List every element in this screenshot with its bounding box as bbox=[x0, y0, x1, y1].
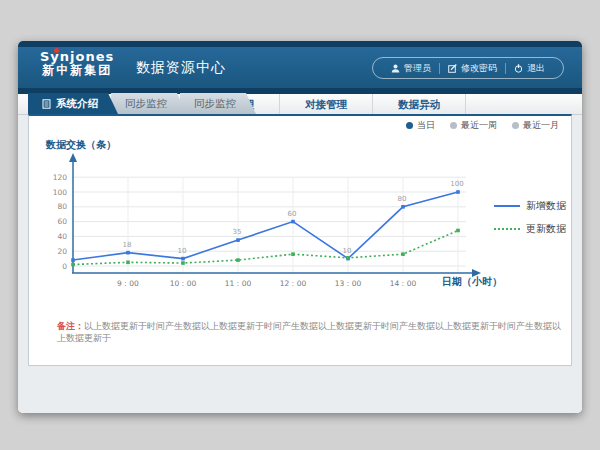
logo: Synjones 新中新集团 bbox=[40, 50, 114, 77]
user-menu-admin[interactable]: 管理员 bbox=[383, 62, 439, 75]
page-title: 数据资源中心 bbox=[136, 59, 226, 77]
svg-text:80: 80 bbox=[57, 202, 67, 211]
legend-item-new-data[interactable]: 新增数据 bbox=[494, 199, 566, 213]
svg-text:0: 0 bbox=[62, 262, 67, 271]
user-icon bbox=[391, 64, 400, 73]
svg-text:120: 120 bbox=[53, 173, 68, 182]
logo-wordmark: Synjones bbox=[40, 49, 114, 64]
logout-button[interactable]: 退出 bbox=[506, 62, 553, 75]
svg-text:35: 35 bbox=[233, 228, 242, 236]
svg-text:18: 18 bbox=[123, 241, 132, 249]
svg-text:60: 60 bbox=[57, 217, 67, 226]
legend-item-update-data[interactable]: 更新数据 bbox=[494, 222, 566, 236]
legend-line-sample-dotted bbox=[494, 228, 520, 230]
logout-label: 退出 bbox=[527, 62, 545, 75]
nav-item-integration[interactable]: 对接管理 bbox=[280, 94, 373, 114]
tab-sync-monitor-2[interactable]: 同步监控 bbox=[180, 93, 256, 114]
radio-selected-icon bbox=[406, 122, 413, 129]
chart-x-axis-title: 日期（小时） bbox=[442, 275, 502, 289]
svg-text:12：00: 12：00 bbox=[280, 279, 307, 288]
footnote: 备注：以上数据更新于时间产生数据以上数据更新于时间产生数据以上数据更新于时间产生… bbox=[57, 321, 562, 344]
chart-y-axis-title: 数据交换（条） bbox=[46, 138, 116, 152]
range-option-last-week[interactable]: 最近一周 bbox=[450, 119, 497, 132]
svg-text:40: 40 bbox=[57, 232, 67, 241]
svg-text:11：00: 11：00 bbox=[225, 279, 252, 288]
svg-text:9：00: 9：00 bbox=[117, 279, 139, 288]
range-last-month-label: 最近一月 bbox=[523, 119, 559, 132]
edit-icon bbox=[448, 64, 457, 73]
svg-text:20: 20 bbox=[57, 247, 67, 256]
radio-unselected-icon bbox=[512, 122, 519, 129]
range-today-label: 当日 bbox=[417, 119, 435, 132]
range-option-last-month[interactable]: 最近一月 bbox=[512, 119, 559, 132]
svg-text:10: 10 bbox=[343, 247, 352, 255]
logo-company-name: 新中新集团 bbox=[40, 64, 114, 77]
range-last-week-label: 最近一周 bbox=[461, 119, 497, 132]
footnote-text: 以上数据更新于时间产生数据以上数据更新于时间产生数据以上数据更新于时间产生数据以… bbox=[57, 321, 561, 343]
line-chart-svg: 0204060801001201810356010801009：0010：001… bbox=[38, 149, 488, 294]
nav-item-data-changes[interactable]: 数据异动 bbox=[373, 94, 466, 114]
svg-text:80: 80 bbox=[398, 195, 407, 203]
change-password-button[interactable]: 修改密码 bbox=[440, 62, 505, 75]
svg-text:10: 10 bbox=[178, 247, 187, 255]
legend-new-data-label: 新增数据 bbox=[526, 199, 566, 213]
svg-text:13：00: 13：00 bbox=[335, 279, 362, 288]
user-menu-admin-label: 管理员 bbox=[404, 62, 431, 75]
legend-update-data-label: 更新数据 bbox=[526, 222, 566, 236]
footnote-prefix: 备注： bbox=[57, 321, 84, 331]
user-menu: 管理员 修改密码 退出 bbox=[372, 57, 564, 79]
svg-text:60: 60 bbox=[288, 210, 297, 218]
app-window: Synjones 新中新集团 数据资源中心 管理员 修改密码 bbox=[18, 41, 582, 413]
range-option-today[interactable]: 当日 bbox=[406, 119, 435, 132]
svg-text:14：00: 14：00 bbox=[390, 279, 417, 288]
tab-system-intro-label: 系统介绍 bbox=[56, 93, 98, 114]
radio-unselected-icon bbox=[450, 122, 457, 129]
document-icon bbox=[42, 99, 51, 109]
change-password-label: 修改密码 bbox=[461, 62, 497, 75]
app-header: Synjones 新中新集团 数据资源中心 管理员 修改密码 bbox=[18, 47, 582, 94]
line-chart: 0204060801001201810356010801009：0010：001… bbox=[38, 149, 488, 294]
svg-text:100: 100 bbox=[53, 188, 68, 197]
power-icon bbox=[514, 64, 523, 73]
time-range-selector: 当日 最近一周 最近一月 bbox=[406, 119, 559, 132]
tab-system-intro[interactable]: 系统介绍 bbox=[28, 93, 118, 114]
tab-sync-monitor-1[interactable]: 同步监控 bbox=[111, 93, 187, 114]
legend-line-sample-solid bbox=[494, 205, 520, 207]
svg-text:100: 100 bbox=[450, 180, 463, 188]
chart-legend: 新增数据 更新数据 bbox=[494, 199, 566, 236]
tab-bar: 系统介绍 同步监控 同步监控 bbox=[28, 93, 256, 114]
logo-accent-dot bbox=[54, 48, 59, 53]
svg-text:10：00: 10：00 bbox=[170, 279, 197, 288]
